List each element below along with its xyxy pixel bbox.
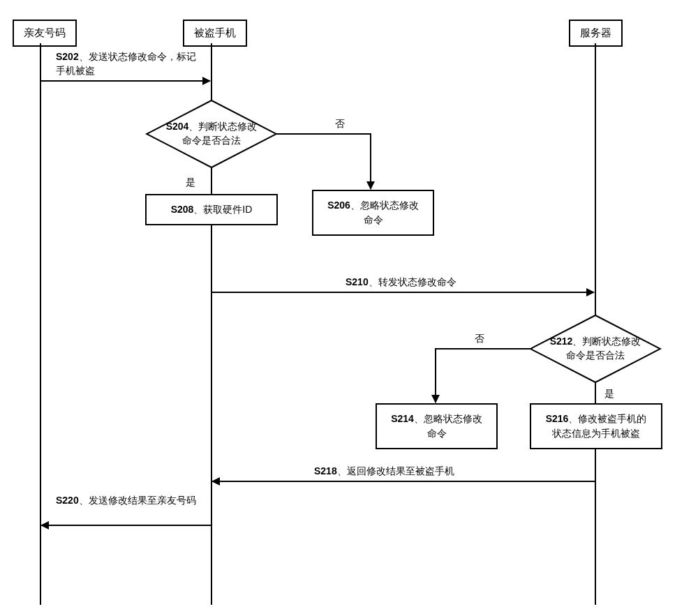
s214-id: S214 [391,413,414,424]
s208-id: S208 [171,204,194,215]
s202-id: S202 [56,51,79,62]
s212-diamond: S212、判断状态修改命令是否合法 [529,314,662,384]
s210-arrow [211,292,594,293]
s208-box: S208、获取硬件ID [145,194,278,225]
s202-arrow [40,80,210,82]
s206-id: S206 [327,200,350,211]
s220-id: S220 [56,495,79,506]
s204-id: S204 [166,121,189,132]
actor-stolen: 被盗手机 [183,20,247,47]
s204-text: 、判断状态修改命令是否合法 [182,121,257,146]
s218-text: 、返回修改结果至被盗手机 [337,465,454,476]
s218-id: S218 [314,465,337,476]
s210-text: 、转发状态修改命令 [369,276,456,287]
s212-id: S212 [550,336,573,347]
s208-text: 、获取硬件ID [193,204,252,215]
s212-text: 、判断状态修改命令是否合法 [566,336,641,361]
s220-arrow [41,525,211,526]
s204-no-hline [276,133,371,135]
s212-yes-label: 是 [604,387,614,401]
s204-no-label: 否 [335,117,345,131]
s216-box: S216、修改被盗手机的状态信息为手机被盗 [530,403,662,449]
s204-diamond: S204、判断状态修改命令是否合法 [145,99,278,169]
s210-id: S210 [346,276,369,287]
actor-friend: 亲友号码 [13,20,77,47]
s218-label: S218、返回修改结果至被盗手机 [314,465,454,479]
s220-text: 、发送修改结果至亲友号码 [79,495,196,506]
s206-text: 、忽略状态修改命令 [350,200,419,225]
s206-box: S206、忽略状态修改命令 [312,190,434,236]
actor-friend-label: 亲友号码 [24,27,66,38]
s218-arrow [212,481,595,482]
s220-label: S220、发送修改结果至亲友号码 [56,494,206,508]
s212-no-hline [435,348,531,350]
s204-no-arrow [370,133,371,189]
s202-label: S202、发送状态修改命令，标记手机被盗 [56,50,202,77]
s216-id: S216 [546,413,569,424]
s214-text: 、忽略状态修改命令 [414,413,482,439]
actor-stolen-label: 被盗手机 [194,27,236,38]
actor-server-label: 服务器 [580,27,611,38]
s212-no-label: 否 [475,332,484,346]
s212-no-arrow [435,348,436,403]
s204-yes-label: 是 [186,176,195,190]
s210-label: S210、转发状态修改命令 [346,276,456,290]
s214-box: S214、忽略状态修改命令 [376,403,498,449]
